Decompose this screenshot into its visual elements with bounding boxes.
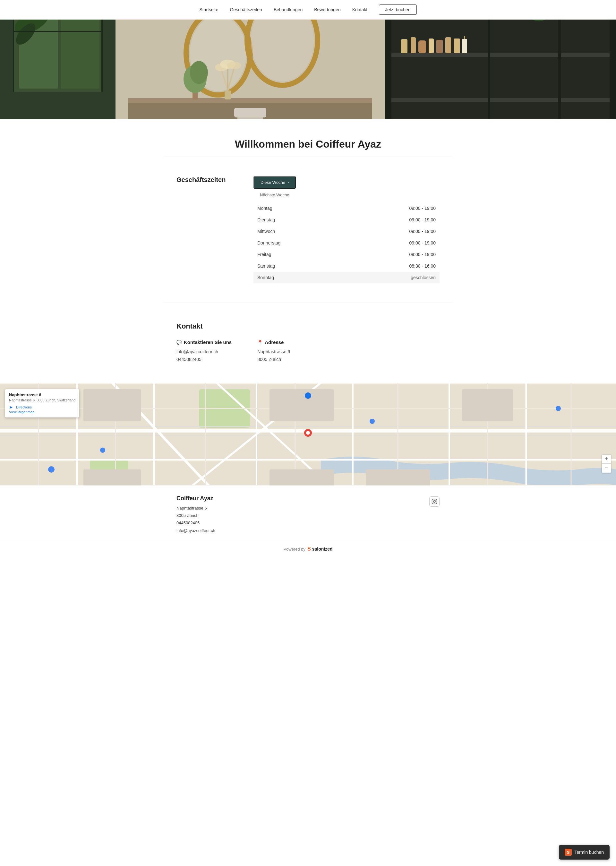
svg-rect-51: [445, 37, 451, 53]
svg-rect-48: [418, 41, 426, 53]
svg-rect-8: [13, 20, 14, 92]
contact-us-col: 💬 Kontaktieren Sie uns info@ayazcoiffeur…: [176, 339, 232, 363]
contact-grid: 💬 Kontaktieren Sie uns info@ayazcoiffeur…: [176, 339, 440, 363]
map-controls: + −: [602, 455, 611, 473]
svg-rect-10: [13, 31, 103, 32]
salonized-logo: S salonized: [307, 546, 332, 552]
nav-kontakt[interactable]: Kontakt: [352, 7, 367, 12]
hours-section: Geschäftszeiten Diese Woche › Nächste Wo…: [163, 176, 453, 283]
directions-button[interactable]: Directions: [16, 405, 32, 409]
address-heading: 📍 Adresse: [257, 339, 290, 345]
svg-point-104: [48, 466, 55, 473]
svg-point-112: [306, 431, 310, 435]
svg-rect-52: [454, 39, 460, 53]
contact-us-heading: 💬 Kontaktieren Sie uns: [176, 339, 232, 345]
svg-rect-95: [83, 389, 141, 421]
svg-rect-46: [401, 39, 407, 53]
footer-social: [429, 495, 440, 534]
this-week-tab[interactable]: Diese Woche ›: [253, 176, 296, 189]
svg-rect-50: [436, 40, 443, 53]
contact-heading: Kontakt: [176, 322, 440, 330]
svg-point-28: [227, 61, 241, 69]
day-hours: 09:00 - 19:00: [342, 203, 440, 214]
svg-point-107: [369, 419, 375, 424]
map-popup: Naphtastrasse 6 Naphtastrasse 6, 8003 Zü…: [5, 389, 79, 417]
footer-business-name: Coiffeur Ayaz: [176, 495, 429, 502]
map-background: Naphtastrasse 6 Naphtastrasse 6, 8003 Zü…: [0, 383, 616, 486]
day-hours: 08:30 - 16:00: [342, 260, 440, 272]
svg-rect-99: [462, 389, 513, 421]
svg-point-115: [435, 500, 436, 500]
svg-rect-103: [366, 470, 430, 486]
footer-details: Naphtastrasse 6 8005 Zürich 0445082405 i…: [176, 505, 429, 534]
svg-rect-53: [488, 20, 490, 119]
table-row: Sonntag geschlossen: [253, 272, 440, 283]
powered-by-text: Powered by: [283, 547, 305, 552]
svg-rect-102: [269, 470, 334, 486]
map-section: Naphtastrasse 6 Naphtastrasse 6, 8003 Zü…: [0, 383, 616, 486]
footer-business-info: Coiffeur Ayaz Naphtastrasse 6 8005 Züric…: [176, 495, 429, 534]
hours-heading: Geschäftszeiten: [176, 176, 228, 184]
next-week-tab[interactable]: Nächste Woche: [253, 191, 440, 199]
table-row: Freitag 09:00 - 19:00: [253, 249, 440, 260]
map-popup-address: Naphtastrasse 6, 8003 Zürich, Switzerlan…: [9, 398, 75, 403]
address-street: Naphtastrasse 6: [257, 348, 290, 356]
svg-rect-49: [429, 39, 434, 53]
zoom-out-button[interactable]: −: [602, 464, 611, 473]
welcome-section: Willkommen bei Coiffeur Ayaz: [0, 119, 616, 157]
nav-book-button[interactable]: Jetzt buchen: [379, 5, 416, 15]
footer-section: Coiffeur Ayaz Naphtastrasse 6 8005 Züric…: [163, 486, 453, 541]
salonized-text: salonized: [312, 547, 333, 552]
navigate-icon: ➤: [9, 405, 13, 410]
svg-rect-22: [225, 91, 231, 99]
day-hours: 09:00 - 19:00: [342, 214, 440, 226]
svg-rect-34: [391, 53, 610, 57]
table-row: Dienstag 09:00 - 19:00: [253, 214, 440, 226]
svg-rect-62: [462, 39, 467, 53]
day-hours: 09:00 - 19:00: [342, 226, 440, 237]
svg-rect-54: [558, 20, 561, 119]
map-popup-title: Naphtastrasse 6: [9, 392, 75, 397]
svg-rect-4: [61, 20, 99, 88]
table-row: Samstag 08:30 - 16:00: [253, 260, 440, 272]
hero-svg: [0, 20, 616, 119]
contact-section: Kontakt 💬 Kontaktieren Sie uns info@ayaz…: [163, 322, 453, 363]
day-hours: 09:00 - 19:00: [342, 237, 440, 249]
main-nav: Startseite Geschäftszeiten Behandlungen …: [0, 0, 616, 20]
svg-rect-47: [411, 37, 416, 53]
day-hours: 09:00 - 19:00: [342, 249, 440, 260]
footer-email: info@ayazcoiffeur.ch: [176, 527, 429, 534]
hours-content: Diese Woche › Nächste Woche Montag 09:00…: [253, 176, 440, 283]
table-row: Montag 09:00 - 19:00: [253, 203, 440, 214]
table-row: Mittwoch 09:00 - 19:00: [253, 226, 440, 237]
svg-point-110: [556, 406, 561, 411]
svg-rect-113: [432, 499, 437, 504]
nav-startseite[interactable]: Startseite: [199, 7, 218, 12]
day-label: Freitag: [253, 249, 342, 260]
svg-point-105: [100, 448, 105, 453]
hero-image: [0, 20, 616, 119]
footer-city: 8005 Zürich: [176, 512, 429, 519]
view-larger-map-link[interactable]: View larger map: [9, 410, 35, 414]
svg-point-21: [190, 61, 208, 84]
svg-rect-32: [391, 20, 610, 119]
address-col: 📍 Adresse Naphtastrasse 6 8005 Zürich: [257, 339, 290, 363]
day-label: Mittwoch: [253, 226, 342, 237]
svg-point-114: [434, 501, 435, 503]
day-label: Samstag: [253, 260, 342, 272]
nav-behandlungen[interactable]: Behandlungen: [273, 7, 303, 12]
map-popup-actions: ➤ Directions: [9, 405, 75, 410]
zoom-in-button[interactable]: +: [602, 455, 611, 464]
footer-street: Naphtastrasse 6: [176, 505, 429, 512]
table-row: Donnerstag 09:00 - 19:00: [253, 237, 440, 249]
instagram-button[interactable]: [429, 497, 440, 507]
contact-email: info@ayazcoiffeur.ch: [176, 348, 232, 356]
chevron-right-icon: ›: [288, 181, 289, 184]
nav-bewertungen[interactable]: Bewertungen: [314, 7, 341, 12]
day-label: Sonntag: [253, 272, 342, 283]
address-city: 8005 Zürich: [257, 356, 290, 363]
map-svg: [0, 383, 616, 486]
week-tabs: Diese Woche › Nächste Woche: [253, 176, 440, 203]
nav-geschaeftszeiten[interactable]: Geschäftszeiten: [230, 7, 262, 12]
svg-point-106: [305, 392, 311, 399]
